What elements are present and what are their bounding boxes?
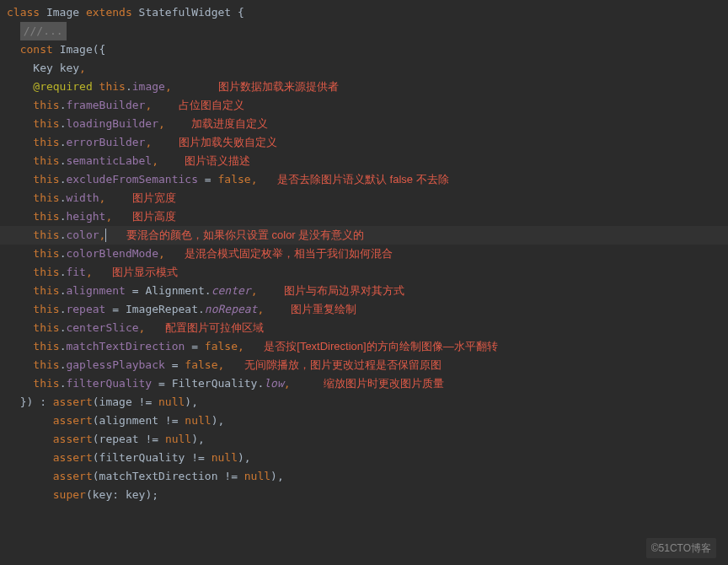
line-super: super(key: key); <box>7 486 721 504</box>
line-height: this.height, 图片高度 <box>7 207 721 226</box>
annotation-gaplessPlayback: 无间隙播放，图片更改过程是否保留原图 <box>244 358 442 371</box>
line-centerSlice: this.centerSlice, 配置图片可拉伸区域 <box>7 319 721 337</box>
annotation-fit: 图片显示模式 <box>112 266 178 278</box>
line-errorBuilder: this.errorBuilder, 图片加载失败自定义 <box>7 133 721 152</box>
line-fit: this.fit, 图片显示模式 <box>7 263 721 282</box>
annotation-width: 图片宽度 <box>132 191 176 204</box>
line-assert1: }) : assert(image != null), <box>7 393 721 412</box>
line-frameBuilder: this.frameBuilder, 占位图自定义 <box>7 96 721 115</box>
annotation-semanticLabel: 图片语义描述 <box>185 154 250 167</box>
line-assert2: assert(alignment != null), <box>7 412 721 430</box>
annotation-frameBuilder: 占位图自定义 <box>179 99 244 111</box>
line-matchTextDirection: this.matchTextDirection = false, 是否按[Tex… <box>7 337 721 356</box>
annotation-repeat: 图片重复绘制 <box>291 303 356 315</box>
line-comment: ///... <box>7 22 721 40</box>
annotation-matchTextDirection: 是否按[TextDirection]的方向绘制图像—水平翻转 <box>264 340 497 352</box>
watermark: ©51CTO博客 <box>646 538 716 558</box>
line-repeat: this.repeat = ImageRepeat.noRepeat, 图片重复… <box>7 300 721 319</box>
annotation-errorBuilder: 图片加载失败自定义 <box>179 136 277 148</box>
annotation-filterQuality: 缩放图片时更改图片质量 <box>324 377 444 390</box>
line-width: this.width, 图片宽度 <box>7 189 721 207</box>
line-gaplessPlayback: this.gaplessPlayback = false, 无间隙播放，图片更改… <box>7 356 721 374</box>
code-editor[interactable]: class Image extends StatefulWidget { ///… <box>7 3 721 504</box>
annotation-height: 图片高度 <box>132 210 176 223</box>
annotation-alignment: 图片与布局边界对其方式 <box>284 284 404 297</box>
line-assert4: assert(filterQuality != null), <box>7 449 721 467</box>
line-class: class Image extends StatefulWidget { <box>7 3 721 22</box>
line-colorBlendMode: this.colorBlendMode, 是混合模式固定枚举，相当于我们如何混合 <box>7 245 721 263</box>
annotation-color: 要混合的颜色，如果你只设置 color 是没有意义的 <box>126 229 364 241</box>
annotation-image: 图片数据加载来源提供者 <box>218 80 339 93</box>
line-const: const Image({ <box>7 40 721 59</box>
text-cursor <box>105 229 106 242</box>
annotation-loadingBuilder: 加载进度自定义 <box>191 117 268 130</box>
annotation-excludeFromSemantics: 是否去除图片语义默认 false 不去除 <box>277 173 449 186</box>
line-filterQuality: this.filterQuality = FilterQuality.low, … <box>7 374 721 393</box>
line-semanticLabel: this.semanticLabel, 图片语义描述 <box>7 152 721 170</box>
line-assert5: assert(matchTextDirection != null), <box>7 467 721 486</box>
annotation-centerSlice: 配置图片可拉伸区域 <box>165 321 264 334</box>
line-key: Key key, <box>7 59 721 78</box>
line-image: @required this.image, 图片数据加载来源提供者 <box>7 78 721 96</box>
line-loadingBuilder: this.loadingBuilder, 加载进度自定义 <box>7 115 721 133</box>
line-color: this.color, 要混合的颜色，如果你只设置 color 是没有意义的 <box>7 229 364 241</box>
line-assert3: assert(repeat != null), <box>7 430 721 449</box>
line-alignment: this.alignment = Alignment.center, 图片与布局… <box>7 282 721 300</box>
annotation-colorBlendMode: 是混合模式固定枚举，相当于我们如何混合 <box>185 247 393 260</box>
line-excludeFromSemantics: this.excludeFromSemantics = false, 是否去除图… <box>7 170 721 189</box>
